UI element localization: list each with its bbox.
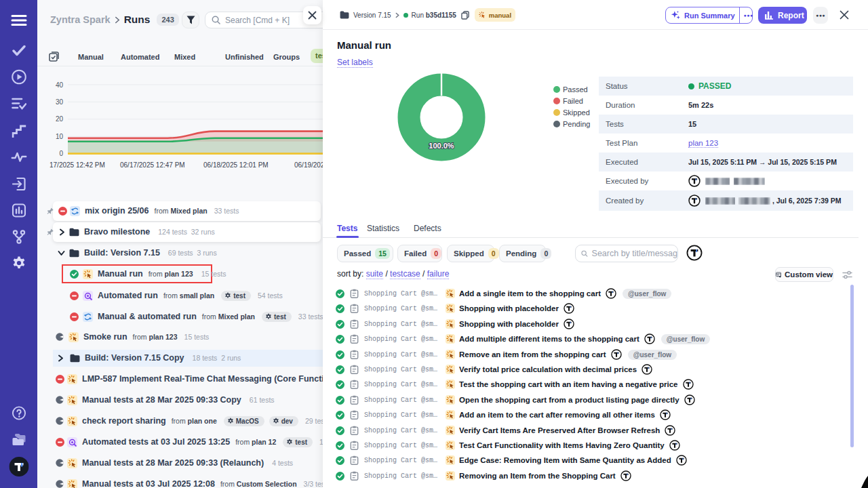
svg-text:10: 10 [56, 133, 64, 140]
svg-text:30: 30 [56, 98, 64, 106]
svg-text:40: 40 [56, 81, 64, 89]
svg-text:06/19/2025: 06/19/2025 [294, 161, 326, 169]
svg-text:06/18/2025 12:01 PM: 06/18/2025 12:01 PM [203, 161, 269, 169]
svg-text:0: 0 [59, 150, 63, 157]
svg-text:17/2025 12:42 PM: 17/2025 12:42 PM [50, 161, 105, 169]
svg-text:06/17/2025 12:47 PM: 06/17/2025 12:47 PM [120, 161, 185, 169]
svg-text:100.0%: 100.0% [429, 142, 454, 150]
svg-text:20: 20 [56, 115, 64, 123]
